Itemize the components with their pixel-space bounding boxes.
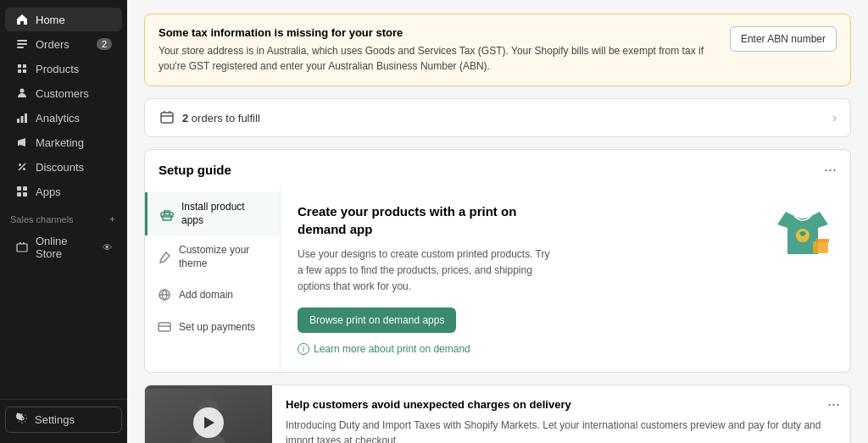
help-card-video-thumbnail [145,385,272,443]
svg-point-3 [20,89,25,93]
svg-rect-14 [17,244,27,252]
setup-step-add-domain-label: Add domain [179,289,233,302]
analytics-icon [15,111,29,125]
customers-icon [15,86,29,100]
sidebar-item-home[interactable]: Home [5,8,122,31]
tax-banner-text: Your store address is in Australia, whic… [159,43,720,74]
settings-label: Settings [35,413,75,426]
setup-step-payments[interactable]: Set up payments [145,311,280,343]
online-store-eye-icon[interactable]: 👁 [103,242,112,252]
tshirt-illustration [769,199,837,267]
play-button[interactable] [193,407,224,438]
setup-content-title: Create your products with a print on dem… [298,202,552,238]
sidebar-item-online-store[interactable]: Online Store 👁 [5,230,122,265]
sales-channels-label: Sales channels [10,214,74,224]
card-icon [157,319,172,335]
sidebar-bottom: Settings [0,399,127,443]
setup-guide-body: Install product apps Customize your them… [145,186,850,372]
svg-rect-10 [17,186,21,191]
orders-fulfill-count: 2 [182,112,188,125]
svg-point-8 [23,168,25,170]
brush-icon [157,250,172,265]
sidebar-item-customers-label: Customers [36,87,89,100]
setup-step-add-domain[interactable]: Add domain [145,279,280,311]
svg-rect-4 [17,119,19,123]
info-icon: i [298,343,309,355]
tax-banner-title: Some tax information is missing for your… [159,26,720,39]
sidebar-item-analytics[interactable]: Analytics [5,106,122,130]
sidebar-item-apps-label: Apps [36,186,61,198]
tax-banner-content: Some tax information is missing for your… [159,26,720,74]
svg-rect-0 [17,40,27,42]
sales-channels-section: Sales channels ＋ [0,204,127,229]
sidebar-item-online-store-label: Online Store [36,235,96,260]
help-card-title: Help customers avoid unexpected charges … [286,397,837,413]
orders-bar-chevron: › [832,110,837,125]
orders-icon [15,37,29,51]
discounts-icon [15,160,29,174]
setup-content-text: Use your designs to create custom printe… [298,246,552,296]
sidebar: Home Orders 2 Products Customers [0,0,127,443]
help-card-text: Introducing Duty and Import Taxes with S… [286,418,837,443]
svg-rect-22 [813,241,828,253]
help-card-content: ··· Help customers avoid unexpected char… [272,385,850,443]
sidebar-item-discounts-label: Discounts [36,161,84,174]
online-store-icon [15,241,29,254]
sidebar-item-apps[interactable]: Apps [5,180,122,203]
sidebar-nav: Home Orders 2 Products Customers [0,0,127,399]
setup-step-payments-label: Set up payments [179,321,255,335]
sidebar-item-products-label: Products [36,63,79,75]
svg-rect-11 [23,186,27,191]
settings-icon [16,413,28,427]
setup-guide: Setup guide ··· Install product apps [144,149,851,373]
svg-rect-5 [21,116,24,123]
svg-rect-20 [159,323,170,331]
setup-guide-menu-button[interactable]: ··· [824,162,837,177]
sidebar-item-customers[interactable]: Customers [5,81,122,105]
orders-fulfill-text: 2 orders to fulfill [182,112,260,125]
tax-banner: Some tax information is missing for your… [144,14,851,86]
setup-steps: Install product apps Customize your them… [145,186,281,372]
learn-more-text: Learn more about print on demand [314,343,470,355]
svg-rect-23 [815,239,829,242]
sidebar-item-marketing[interactable]: Marketing [5,130,122,154]
browse-apps-button[interactable]: Browse print on demand apps [298,307,456,333]
orders-bar-left: 2 orders to fulfill [159,109,260,126]
apps-icon [15,185,29,198]
marketing-icon [15,136,29,149]
printer-icon [159,207,175,222]
play-triangle-icon [204,417,214,429]
setup-step-install-apps[interactable]: Install product apps [145,192,280,235]
orders-fulfill-label: orders [192,112,225,125]
setup-step-install-apps-label: Install product apps [181,201,268,227]
enter-abn-button[interactable]: Enter ABN number [730,26,837,52]
products-icon [15,62,29,75]
sidebar-item-analytics-label: Analytics [36,112,80,125]
setup-step-customize-theme-label: Customize your theme [179,244,268,270]
setup-guide-content: Create your products with a print on dem… [281,186,850,372]
sidebar-item-home-label: Home [36,14,65,26]
svg-rect-1 [17,43,27,45]
settings-button[interactable]: Settings [5,407,122,433]
sidebar-item-products[interactable]: Products [5,57,122,80]
sidebar-item-discounts[interactable]: Discounts [5,155,122,179]
help-card-menu-button[interactable]: ··· [827,396,840,413]
svg-rect-16 [161,113,173,123]
main-content: Some tax information is missing for your… [127,0,868,443]
svg-rect-17 [163,215,171,220]
orders-fulfill-suffix: to fulfill [225,112,259,125]
video-bg [145,389,272,443]
learn-more-link[interactable]: i Learn more about print on demand [298,343,833,355]
orders-fulfill-bar[interactable]: 2 orders to fulfill › [144,98,851,137]
play-button-container [193,407,224,438]
orders-badge: 2 [97,38,112,50]
svg-rect-12 [17,192,21,197]
sidebar-item-marketing-label: Marketing [36,136,84,149]
setup-guide-header: Setup guide ··· [145,150,850,186]
home-icon [15,13,29,26]
sidebar-item-orders[interactable]: Orders 2 [5,32,122,56]
setup-step-customize-theme[interactable]: Customize your theme [145,235,280,279]
svg-rect-6 [25,114,27,123]
orders-fulfill-icon [159,109,175,126]
add-sales-channel-icon[interactable]: ＋ [108,213,117,225]
